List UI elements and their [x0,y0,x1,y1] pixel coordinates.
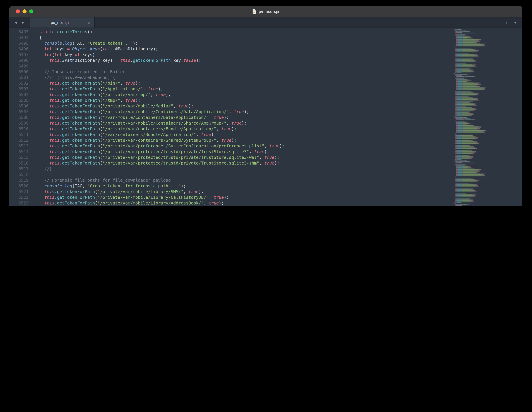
line-number: 6509 [10,120,34,126]
close-tab-icon[interactable]: × [87,20,91,25]
line-number: 6494 [10,35,34,40]
back-arrow-icon[interactable]: ◀ [15,21,17,24]
editor-pane: 6493 static createTokens()6494 {6495 con… [10,28,522,206]
code-line[interactable]: 6494 { [10,35,522,40]
code-line[interactable]: 6502 this.getTokenForPath("/bin/", true)… [10,80,522,86]
line-number: 6517 [10,166,34,172]
line-number: 6496 [10,46,34,52]
code-line[interactable]: 6498 this.#PathDictionary[key] = this.ge… [10,57,522,63]
code-line[interactable]: 6505 this.getTokenForPath("/tmp/", true)… [10,97,522,103]
code-line[interactable]: 6497 for(let key of keys) [10,52,522,57]
line-number: 6513 [10,143,34,149]
code-line[interactable]: 6524 this.getTokenForPath("/private/var/… [10,206,522,206]
tab-actions: + ▼ [500,18,522,28]
line-number: 6503 [10,86,34,92]
code-line[interactable]: 6523 this.getTokenForPath("/private/var/… [10,200,522,206]
code-line[interactable]: 6506 this.getTokenForPath("/private/var/… [10,103,522,109]
code-area[interactable]: 6493 static createTokens()6494 {6495 con… [10,29,522,206]
code-line[interactable]: 6515 this.getTokenForPath("/private/var/… [10,154,522,160]
tab-label: pe_main.js [33,20,87,25]
line-number: 6523 [10,200,34,206]
code-line[interactable]: 6516 this.getTokenForPath("/private/var/… [10,160,522,166]
desktop: pe_main.js ◀ ▶ pe_main.js × + ▼ 6493 sta… [0,0,532,206]
line-number: 6497 [10,52,34,57]
forward-arrow-icon[interactable]: ▶ [22,21,24,24]
code-line[interactable]: 6508 this.getTokenForPath("/var/mobile/C… [10,114,522,120]
line-number: 6511 [10,132,34,137]
code-line[interactable]: 6503 this.getTokenForPath("/Applications… [10,86,522,92]
tab-bar: ◀ ▶ pe_main.js × + ▼ [10,18,522,28]
code-line[interactable]: 6511 this.getTokenForPath("/var/containe… [10,132,522,137]
line-number: 6499 [10,63,34,69]
line-number: 6521 [10,189,34,194]
line-number: 6512 [10,137,34,143]
line-number: 6498 [10,57,34,63]
code-line[interactable]: 6520 console.log(TAG, "Create tokens for… [10,183,522,189]
line-number: 6493 [10,29,34,35]
editor-window: pe_main.js ◀ ▶ pe_main.js × + ▼ 6493 sta… [10,6,522,206]
code-line[interactable]: 6517 //} [10,166,522,172]
code-line[interactable]: 6496 let keys = Object.keys(this.#PathDi… [10,46,522,52]
code-line[interactable]: 6504 this.getTokenForPath("/private/var/… [10,92,522,97]
line-number: 6514 [10,149,34,154]
line-number: 6495 [10,40,34,46]
tab-menu-icon[interactable]: ▼ [513,21,517,24]
line-number: 6520 [10,183,34,189]
line-number: 6500 [10,69,34,75]
line-number: 6510 [10,126,34,132]
document-icon [252,9,256,14]
line-number: 6518 [10,172,34,177]
line-number: 6501 [10,75,34,80]
history-nav: ◀ ▶ [10,18,29,28]
line-number: 6505 [10,97,34,103]
code-line[interactable]: 6513 this.getTokenForPath("/private/var/… [10,143,522,149]
window-title: pe_main.js [259,9,279,14]
line-number: 6522 [10,194,34,200]
line-number: 6506 [10,103,34,109]
line-number: 6524 [10,206,34,206]
code-line[interactable]: 6499 [10,63,522,69]
tab-pe-main-js[interactable]: pe_main.js × [29,18,95,28]
code-line[interactable]: 6495 console.log(TAG, "Create tokens..."… [10,40,522,46]
line-number: 6515 [10,154,34,160]
line-number: 6508 [10,114,34,120]
code-line[interactable]: 6501 //if (!this.#weAreLaunchd) { [10,75,522,80]
line-number: 6516 [10,160,34,166]
window-title-group: pe_main.js [10,9,522,14]
code-line[interactable]: 6510 this.getTokenForPath("/private/var/… [10,126,522,132]
minimap[interactable] [453,29,503,206]
code-line[interactable]: 6519 // Forensic file paths for file_dow… [10,177,522,183]
code-line[interactable]: 6500 // Those are required for Bailer [10,69,522,75]
line-number: 6504 [10,92,34,97]
line-number: 6502 [10,80,34,86]
titlebar: pe_main.js [10,6,522,18]
code-line[interactable]: 6522 this.getTokenForPath("/private/var/… [10,194,522,200]
code-line[interactable]: 6514 this.getTokenForPath("/private/var/… [10,149,522,154]
code-line[interactable]: 6512 this.getTokenForPath("/private/var/… [10,137,522,143]
code-line[interactable]: 6493 static createTokens() [10,29,522,35]
add-tab-icon[interactable]: + [505,20,508,25]
code-line[interactable]: 6518 [10,172,522,177]
code-line[interactable]: 6507 this.getTokenForPath("/private/var/… [10,109,522,114]
line-number: 6507 [10,109,34,114]
code-line[interactable]: 6509 this.getTokenForPath("/private/var/… [10,120,522,126]
line-number: 6519 [10,177,34,183]
code-line[interactable]: 6521 this.getTokenForPath("/private/var/… [10,189,522,194]
